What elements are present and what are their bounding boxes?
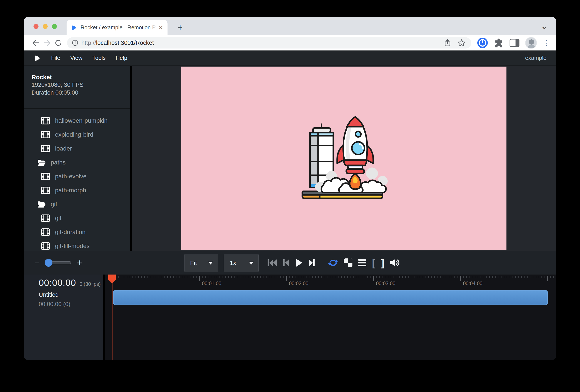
canvas-size-select[interactable]: Fit: [184, 255, 218, 271]
ruler-tick: [333, 276, 333, 278]
sidebar-folder-paths[interactable]: paths: [31, 155, 130, 169]
ruler-label: 00:01.00: [202, 281, 221, 286]
browser-menu-icon[interactable]: ⋮: [543, 39, 550, 47]
ruler-tick: [492, 276, 493, 278]
mute-toggle-button[interactable]: [390, 259, 400, 267]
ruler-tick: [550, 276, 551, 278]
profile-avatar[interactable]: [525, 37, 537, 49]
new-tab-button[interactable]: +: [174, 21, 186, 34]
timeline-zoom-out-button[interactable]: −: [34, 258, 39, 268]
timeline-track-bar[interactable]: [113, 290, 548, 305]
ruler-tick: [440, 276, 440, 278]
ruler-tick: [481, 276, 481, 278]
ruler-tick: [489, 276, 490, 278]
sidebar-item-loader[interactable]: loader: [31, 142, 130, 155]
track-time-label: 00:00.00 (0): [39, 301, 103, 308]
sidebar-item-gif[interactable]: gif: [31, 211, 130, 225]
back-button[interactable]: [30, 37, 41, 48]
ruler-tick: [547, 276, 548, 281]
close-window-button[interactable]: [33, 24, 38, 29]
ruler-tick: [275, 276, 275, 278]
transport-controls: [ ]: [267, 251, 400, 274]
sidebar-item-gif-fill-modes[interactable]: gif-fill-modes: [31, 239, 130, 251]
ruler-tick: [295, 276, 295, 278]
sidebar-item-path-evolve[interactable]: path-evolve: [31, 169, 130, 183]
sidebar-folder-gif[interactable]: gif: [31, 197, 130, 211]
address-bar[interactable]: http://localhost:3001/Rocket: [67, 37, 471, 48]
video-preview-canvas[interactable]: [181, 67, 506, 250]
ruler-tick: [167, 276, 168, 278]
ruler-tick: [399, 276, 400, 278]
ruler-tick: [478, 276, 478, 278]
tab-search-chevron-icon[interactable]: ⌄: [541, 22, 548, 31]
menu-view[interactable]: View: [65, 55, 87, 61]
jump-to-start-button[interactable]: [267, 259, 277, 267]
ruler-tick: [457, 276, 458, 278]
film-icon: [41, 145, 50, 152]
ruler-tick: [379, 276, 380, 278]
ruler-tick: [344, 276, 345, 278]
transparency-checkerboard-button[interactable]: [344, 259, 352, 267]
loop-toggle-button[interactable]: [328, 259, 338, 267]
timeline-zoom-slider[interactable]: [45, 261, 71, 264]
sidebar-resize-handle[interactable]: [130, 66, 132, 251]
zoom-window-button[interactable]: [52, 24, 57, 29]
ruler-tick: [394, 276, 394, 278]
menu-tools[interactable]: Tools: [87, 55, 111, 61]
ruler-tick: [217, 276, 217, 278]
ruler-tick: [138, 276, 139, 278]
ruler-tick: [411, 276, 411, 278]
minimize-window-button[interactable]: [43, 24, 48, 29]
share-icon[interactable]: [444, 39, 451, 47]
ruler-tick: [292, 276, 292, 278]
sidebar-divider: [24, 108, 130, 109]
timeline-zoom-in-button[interactable]: +: [77, 257, 83, 269]
ruler-tick: [289, 276, 290, 278]
play-button[interactable]: [295, 258, 303, 267]
timeline-rows-button[interactable]: [358, 259, 366, 266]
composition-title: Rocket: [31, 74, 130, 81]
forward-button[interactable]: [41, 37, 53, 48]
timeline-zoom-slider-thumb[interactable]: [45, 259, 52, 267]
browser-tab[interactable]: Rocket / example - Remotion P ✕: [67, 20, 167, 35]
open-folder-icon: [37, 201, 45, 208]
sidebar-item-label: halloween-pumpkin: [55, 117, 108, 124]
ruler-tick: [214, 276, 214, 278]
set-out-point-button[interactable]: ]: [381, 258, 384, 268]
sidebar-item-gif-duration[interactable]: gif-duration: [31, 225, 130, 239]
extensions-puzzle-icon[interactable]: [494, 38, 504, 48]
ruler-tick: [359, 276, 359, 278]
password-manager-icon[interactable]: [477, 37, 488, 48]
reload-button[interactable]: [53, 37, 64, 48]
playback-speed-select[interactable]: 1x: [224, 255, 259, 271]
close-tab-icon[interactable]: ✕: [158, 25, 163, 30]
sidebar-item-halloween-pumpkin[interactable]: halloween-pumpkin: [31, 114, 130, 128]
side-panel-icon[interactable]: [510, 38, 520, 47]
film-icon: [41, 215, 50, 222]
sidebar-item-exploding-bird[interactable]: exploding-bird: [31, 128, 130, 142]
playhead-marker[interactable]: [108, 274, 116, 283]
remotion-logo-icon[interactable]: [33, 54, 41, 62]
previous-frame-button[interactable]: [283, 259, 289, 267]
ruler-tick: [472, 276, 472, 278]
set-in-point-button[interactable]: [: [372, 258, 375, 268]
sidebar-item-label: path-morph: [55, 187, 86, 194]
ruler-tick: [371, 276, 371, 278]
film-icon: [41, 228, 50, 236]
site-info-icon[interactable]: [72, 40, 78, 46]
ruler-tick: [524, 276, 525, 278]
menu-file[interactable]: File: [46, 55, 65, 61]
ruler-tick: [173, 276, 174, 278]
ruler-tick: [527, 276, 528, 278]
traffic-lights: [33, 24, 57, 29]
sidebar-item-path-morph[interactable]: path-morph: [31, 183, 130, 197]
timeline-track[interactable]: 00:01.0000:02.0000:03.0000:04.00: [105, 274, 556, 360]
timeline-panel: 00:00.00 0 (30 fps) Untitled 00:00.00 (0…: [24, 274, 556, 360]
menu-help[interactable]: Help: [111, 55, 132, 61]
bookmark-star-icon[interactable]: [458, 39, 465, 47]
next-frame-button[interactable]: [308, 259, 315, 267]
in-point-icon: [: [372, 258, 375, 268]
ruler-tick: [196, 276, 197, 278]
ruler-tick: [405, 276, 406, 278]
sidebar-item-label: gif: [55, 215, 62, 222]
